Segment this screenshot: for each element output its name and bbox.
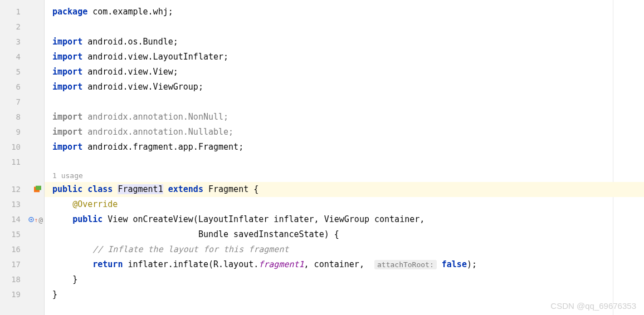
- code-line-empty[interactable]: [45, 95, 644, 110]
- keyword-package: package: [52, 7, 87, 17]
- line-number[interactable]: 12: [0, 182, 44, 197]
- class-name: Fragment1: [118, 184, 163, 194]
- line-number[interactable]: 1: [0, 4, 44, 19]
- line-number[interactable]: 3: [0, 35, 44, 50]
- keyword-import: import: [52, 67, 82, 77]
- line-number[interactable]: 13: [0, 197, 44, 212]
- line-number[interactable]: 5: [0, 65, 44, 80]
- keyword-import: import: [52, 37, 82, 47]
- resource-ref: fragment1: [258, 259, 304, 269]
- line-numbers: 1 2 3 4 5 6 7 8 9 10 11 12 13 14 ↑ @: [0, 0, 44, 302]
- code-text: androidx.fragment.app.Fragment;: [82, 142, 243, 152]
- code-text: android.view.ViewGroup;: [82, 82, 203, 92]
- keyword-extends: extends: [163, 184, 208, 194]
- line-number[interactable]: 17: [0, 257, 44, 272]
- line-number[interactable]: 2: [0, 19, 44, 35]
- brace: }: [52, 289, 57, 299]
- parameter-hint: attachToRoot:: [374, 260, 437, 269]
- keyword-import-unused: import: [52, 127, 87, 137]
- keyword-public: public: [52, 184, 87, 194]
- code-line[interactable]: import androidx.annotation.Nullable;: [45, 125, 644, 140]
- code-line[interactable]: package com.example.whj;: [45, 4, 644, 19]
- line-number[interactable]: 6: [0, 80, 44, 95]
- annotation-override: @Override: [72, 199, 118, 209]
- line-number[interactable]: 4: [0, 50, 44, 65]
- code-line[interactable]: @Override: [45, 197, 644, 212]
- code-line[interactable]: import android.view.LayoutInflater;: [45, 50, 644, 65]
- at-icon[interactable]: @: [38, 212, 43, 227]
- code-line-current[interactable]: public class Fragment1 extends Fragment …: [45, 182, 644, 197]
- code-text: inflater.inflate(R.layout.: [128, 259, 258, 269]
- code-line[interactable]: import android.view.ViewGroup;: [45, 80, 644, 95]
- svg-rect-1: [36, 185, 41, 190]
- line-number[interactable]: 8: [0, 110, 44, 125]
- code-line[interactable]: import androidx.fragment.app.Fragment;: [45, 140, 644, 155]
- brace: }: [72, 274, 77, 284]
- line-number[interactable]: 15: [0, 227, 44, 242]
- code-line[interactable]: import androidx.annotation.NonNull;: [45, 110, 644, 125]
- keyword-import: import: [52, 82, 82, 92]
- code-line-empty[interactable]: [45, 19, 644, 35]
- code-line[interactable]: public View onCreateView(LayoutInflater …: [45, 212, 644, 227]
- line-number[interactable]: 18: [0, 272, 44, 287]
- code-text: android.view.LayoutInflater;: [82, 52, 228, 62]
- code-line-empty[interactable]: [45, 155, 644, 170]
- code-text: View onCreateView(LayoutInflater inflate…: [108, 214, 425, 224]
- code-text: );: [467, 259, 477, 269]
- keyword-class: class: [87, 184, 118, 194]
- comment: // Inflate the layout for this fragment: [92, 244, 289, 254]
- line-number[interactable]: 19: [0, 287, 44, 302]
- line-number[interactable]: 11: [0, 155, 44, 170]
- line-number[interactable]: 7: [0, 95, 44, 110]
- line-number[interactable]: 16: [0, 242, 44, 257]
- gutter: 1 2 3 4 5 6 7 8 9 10 11 12 13 14 ↑ @: [0, 0, 45, 315]
- keyword-import: import: [52, 142, 82, 152]
- usage-hint[interactable]: 1 usage: [45, 170, 644, 182]
- code-line[interactable]: import android.view.View;: [45, 65, 644, 80]
- code-text: Bundle savedInstanceState) {: [198, 229, 339, 239]
- line-number[interactable]: 10: [0, 140, 44, 155]
- code-text-unused: androidx.annotation.Nullable;: [87, 127, 233, 137]
- keyword-return: return: [92, 259, 128, 269]
- line-number[interactable]: 9: [0, 125, 44, 140]
- code-text: com.example.whj;: [87, 7, 173, 17]
- keyword-public: public: [72, 214, 108, 224]
- line-number-blank: [0, 170, 44, 182]
- code-line[interactable]: import android.os.Bundle;: [45, 35, 644, 50]
- code-line[interactable]: }: [45, 272, 644, 287]
- code-text: android.os.Bundle;: [82, 37, 178, 47]
- code-line[interactable]: }: [45, 287, 644, 302]
- code-area[interactable]: package com.example.whj; import android.…: [45, 0, 644, 315]
- override-icon[interactable]: [28, 212, 34, 227]
- up-arrow-icon[interactable]: ↑: [35, 212, 38, 227]
- code-text: Fragment {: [208, 184, 258, 194]
- code-line[interactable]: // Inflate the layout for this fragment: [45, 242, 644, 257]
- code-text: , container,: [304, 259, 374, 269]
- code-text-unused: androidx.annotation.NonNull;: [87, 112, 228, 122]
- class-icon[interactable]: [34, 182, 43, 197]
- keyword-import-unused: import: [52, 112, 87, 122]
- keyword-false: false: [442, 259, 467, 269]
- code-editor: 1 2 3 4 5 6 7 8 9 10 11 12 13 14 ↑ @: [0, 0, 644, 315]
- line-number[interactable]: 14 ↑ @: [0, 212, 44, 227]
- svg-point-3: [30, 219, 32, 220]
- code-line[interactable]: Bundle savedInstanceState) {: [45, 227, 644, 242]
- code-line[interactable]: return inflater.inflate(R.layout.fragmen…: [45, 257, 644, 272]
- keyword-import: import: [52, 52, 82, 62]
- code-text: android.view.View;: [82, 67, 178, 77]
